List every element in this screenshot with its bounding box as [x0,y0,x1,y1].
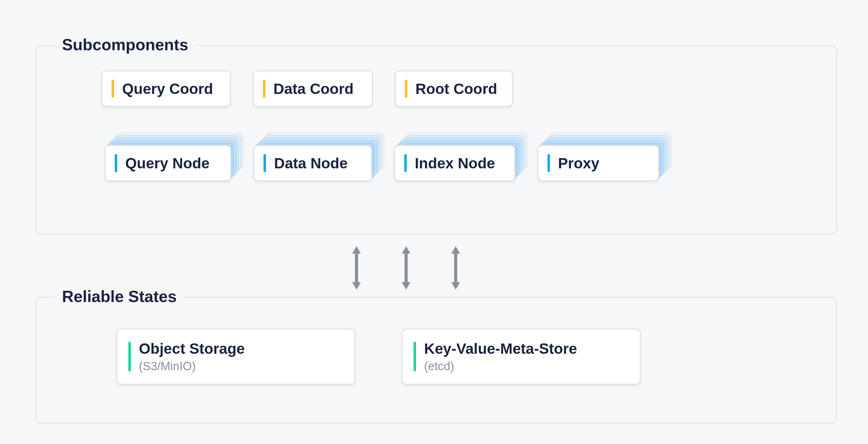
svg-marker-2 [352,282,361,290]
accent-bar-icon [404,154,407,172]
data-node-stack: Data Node [254,145,372,181]
object-storage-label: Object Storage [139,340,245,357]
nodes-row: Query Node Data Node [105,145,659,181]
query-node-label: Query Node [125,155,210,172]
accent-bar-icon [413,342,416,372]
query-node-card: Query Node [105,145,231,181]
double-arrow-icon [350,246,363,290]
data-node-label: Data Node [274,155,347,172]
query-node-stack: Query Node [105,145,231,181]
kv-meta-store-card: Key-Value-Meta-Store (etcd) [402,329,641,384]
svg-marker-8 [452,282,460,290]
accent-bar-icon [128,342,131,372]
accent-bar-icon [263,80,266,98]
object-storage-sublabel: (S3/MinIO) [139,360,245,373]
stores-row: Object Storage (S3/MinIO) Key-Value-Meta… [117,329,641,384]
double-arrow-icon [450,246,462,290]
accent-bar-icon [115,154,117,172]
object-storage-card: Object Storage (S3/MinIO) [117,329,355,384]
root-coord-card: Root Coord [395,71,513,107]
svg-marker-7 [452,246,460,254]
subcomponents-group: Subcomponents Query Coord Data Coord Roo… [35,45,837,234]
proxy-card: Proxy [537,145,659,181]
coordinators-row: Query Coord Data Coord Root Coord [102,71,513,107]
bidirectional-arrows [350,246,462,290]
kv-meta-store-sublabel: (etcd) [424,360,577,373]
data-coord-label: Data Coord [273,80,354,97]
reliable-states-group: Reliable States Object Storage (S3/MinIO… [35,297,837,423]
double-arrow-icon [400,246,412,290]
svg-marker-5 [402,282,410,290]
accent-bar-icon [405,80,407,98]
index-node-label: Index Node [415,155,495,172]
data-node-card: Data Node [254,145,372,181]
architecture-diagram: Subcomponents Query Coord Data Coord Roo… [0,0,868,444]
query-coord-label: Query Coord [122,80,213,97]
proxy-label: Proxy [558,155,599,172]
subcomponents-title: Subcomponents [55,35,196,54]
index-node-card: Index Node [394,145,515,181]
proxy-stack: Proxy [537,145,659,181]
kv-meta-store-label: Key-Value-Meta-Store [424,340,577,357]
accent-bar-icon [112,80,114,98]
query-coord-card: Query Coord [102,71,230,107]
accent-bar-icon [264,154,266,172]
index-node-stack: Index Node [394,145,515,181]
accent-bar-icon [548,154,550,172]
root-coord-label: Root Coord [415,80,497,97]
reliable-states-title: Reliable States [55,287,184,306]
svg-marker-4 [402,246,410,254]
data-coord-card: Data Coord [253,71,373,107]
svg-marker-1 [352,246,361,254]
